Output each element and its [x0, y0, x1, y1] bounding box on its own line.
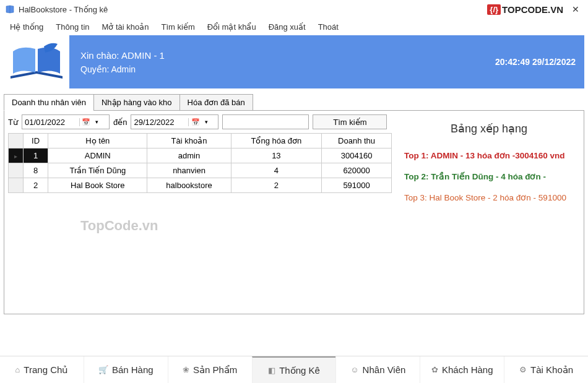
menu-open-account[interactable]: Mở tài khoản	[96, 20, 155, 34]
tab-invoices[interactable]: Hóa đơn đã bán	[179, 94, 253, 111]
cell-revenue[interactable]: 620000	[322, 163, 392, 178]
chevron-down-icon[interactable]: ▾	[93, 119, 102, 125]
cell-account[interactable]: admin	[147, 148, 231, 163]
nav-label: Thống Kê	[279, 365, 320, 376]
menu-search[interactable]: Tìm kiếm	[155, 20, 201, 34]
tabstrip: Doanh thu nhân viên Nhập hàng vào kho Hó…	[4, 93, 584, 110]
nav-customers[interactable]: ✿Khách Hàng	[420, 356, 504, 383]
row-indicator	[9, 178, 24, 193]
col-revenue[interactable]: Doanh thu	[322, 134, 392, 148]
product-icon: ❀	[183, 365, 189, 374]
window-title: HalBookstore - Thống kê	[19, 5, 108, 14]
cell-id[interactable]: 1	[24, 148, 48, 163]
table-row[interactable]: 1 ADMIN admin 13 3004160	[9, 148, 392, 163]
search-button[interactable]: Tìm kiếm	[313, 114, 387, 129]
menubar: Hệ thống Thông tin Mở tài khoản Tìm kiếm…	[0, 19, 588, 35]
titlebar: HalBookstore - Thống kê {/}TOPCODE.VN ✕	[0, 0, 588, 19]
cell-account[interactable]: halbookstore	[147, 178, 231, 193]
banner: Xin chào: ADMIN - 1 Quyền: Admin 20:42:4…	[4, 35, 584, 88]
table-row[interactable]: 2 Hal Book Store halbookstore 2 591000	[9, 178, 392, 193]
menu-exit[interactable]: Thoát	[312, 20, 345, 34]
banner-logo	[4, 35, 69, 88]
col-id[interactable]: ID	[24, 134, 48, 148]
menu-info[interactable]: Thông tin	[50, 20, 95, 34]
cell-name[interactable]: Hal Book Store	[48, 178, 147, 193]
tab-revenue[interactable]: Doanh thu nhân viên	[4, 94, 94, 111]
cell-revenue[interactable]: 3004160	[322, 148, 392, 163]
topcode-logo: {/}TOPCODE.VN	[487, 4, 563, 15]
row-indicator	[9, 148, 24, 163]
cart-icon: 🛒	[98, 365, 108, 374]
nav-account[interactable]: ⚙Tài Khoản	[504, 356, 588, 383]
data-grid[interactable]: ID Họ tên Tài khoản Tổng hóa đơn Doanh t…	[8, 133, 392, 193]
col-orders[interactable]: Tổng hóa đơn	[231, 134, 322, 148]
nav-label: Trang Chủ	[24, 364, 68, 376]
col-name[interactable]: Họ tên	[48, 134, 147, 148]
gear-icon: ⚙	[519, 365, 527, 374]
from-label: Từ	[8, 118, 18, 127]
grid-corner	[9, 134, 24, 148]
customers-icon: ✿	[431, 365, 438, 374]
calendar-icon[interactable]: 📅	[79, 118, 93, 126]
from-date[interactable]: 📅 ▾	[22, 114, 110, 129]
app-icon	[5, 4, 15, 14]
menu-logout[interactable]: Đăng xuất	[262, 20, 312, 34]
nav-label: Tài Khoản	[530, 364, 573, 376]
nav-stats[interactable]: ◧Thống Kê	[252, 356, 336, 383]
rank-1: Top 1: ADMIN - 13 hóa đơn -3004160 vnd	[404, 150, 574, 160]
banner-role: Quyền: Admin	[80, 64, 165, 74]
menu-system[interactable]: Hệ thống	[4, 20, 50, 34]
ranking-panel: Bảng xếp hạng Top 1: ADMIN - 13 hóa đơn …	[398, 114, 580, 310]
nav-sales[interactable]: 🛒Bán Hàng	[84, 356, 168, 383]
bottom-nav: ⌂Trang Chủ 🛒Bán Hàng ❀Sản Phẩm ◧Thống Kê…	[0, 356, 588, 383]
staff-icon: ☺	[350, 365, 358, 374]
cell-name[interactable]: Trần Tiến Dũng	[48, 163, 147, 178]
to-date[interactable]: 📅 ▾	[131, 114, 218, 129]
nav-label: Sản Phẩm	[193, 364, 237, 376]
from-date-input[interactable]	[22, 118, 79, 127]
stats-icon: ◧	[268, 366, 275, 375]
nav-home[interactable]: ⌂Trang Chủ	[0, 356, 84, 383]
banner-time: 20:42:49 29/12/2022	[495, 57, 576, 67]
row-indicator	[9, 163, 24, 178]
ranking-title: Bảng xếp hạng	[404, 122, 574, 136]
rank-3: Top 3: Hal Book Store - 2 hóa đơn - 5910…	[404, 192, 574, 202]
col-account[interactable]: Tài khoản	[147, 134, 231, 148]
cell-id[interactable]: 8	[24, 163, 48, 178]
rank-2: Top 2: Trần Tiến Dũng - 4 hóa đơn -	[404, 171, 574, 181]
cell-name[interactable]: ADMIN	[48, 148, 147, 163]
search-input[interactable]	[222, 114, 309, 129]
nav-products[interactable]: ❀Sản Phẩm	[168, 356, 252, 383]
calendar-icon[interactable]: 📅	[188, 118, 202, 126]
tabcontent: Từ 📅 ▾ đến 📅 ▾ Tìm kiếm ID Họ tên Tài kh…	[4, 110, 584, 314]
table-row[interactable]: 8 Trần Tiến Dũng nhanvien 4 620000	[9, 163, 392, 178]
filter-row: Từ 📅 ▾ đến 📅 ▾ Tìm kiếm	[8, 114, 398, 129]
cell-revenue[interactable]: 591000	[322, 178, 392, 193]
home-icon: ⌂	[15, 365, 20, 374]
banner-hello: Xin chào: ADMIN - 1	[80, 50, 165, 61]
nav-staff[interactable]: ☺Nhân Viên	[335, 356, 420, 383]
cell-orders[interactable]: 13	[231, 148, 322, 163]
nav-label: Bán Hàng	[112, 364, 153, 375]
nav-label: Nhân Viên	[363, 364, 406, 375]
to-date-input[interactable]	[131, 118, 188, 127]
cell-id[interactable]: 2	[24, 178, 48, 193]
to-label: đến	[113, 118, 127, 127]
nav-label: Khách Hàng	[442, 364, 493, 375]
close-button[interactable]: ✕	[568, 3, 583, 15]
tab-import[interactable]: Nhập hàng vào kho	[93, 94, 180, 111]
menu-change-password[interactable]: Đổi mật khẩu	[201, 20, 262, 34]
cell-orders[interactable]: 4	[231, 163, 322, 178]
cell-account[interactable]: nhanvien	[147, 163, 231, 178]
cell-orders[interactable]: 2	[231, 178, 322, 193]
chevron-down-icon[interactable]: ▾	[202, 119, 210, 125]
